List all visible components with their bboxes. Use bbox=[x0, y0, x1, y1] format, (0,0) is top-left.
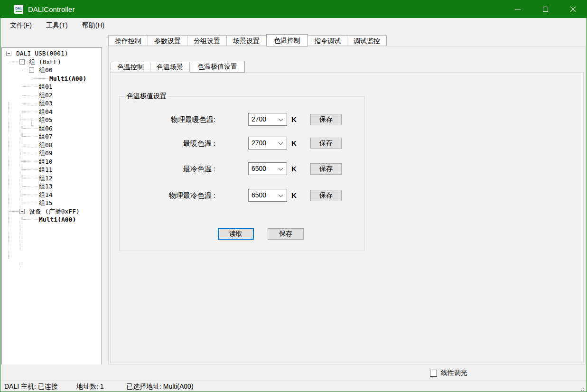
physical-coolest-row: 物理最冷色温 : 6500 K 保存 bbox=[120, 189, 364, 202]
status-selected-address: 已选择地址: Multi(A00) bbox=[126, 383, 194, 391]
app-logo-underline bbox=[16, 11, 22, 12]
menu-bar: 文件(F) 工具(T) 帮助(H) bbox=[0, 18, 587, 33]
save-coolest-button[interactable]: 保存 bbox=[310, 163, 342, 175]
warmest-label: 最暖色温 : bbox=[120, 137, 215, 149]
physical-warmest-row: 物理最暖色温: 2700 K 保存 bbox=[120, 113, 364, 126]
tab-operation-control[interactable]: 操作控制 bbox=[108, 35, 148, 46]
tab-color-temp-control[interactable]: 色温控制 bbox=[266, 34, 308, 47]
resize-grip[interactable] bbox=[583, 388, 584, 389]
chevron-down-icon bbox=[279, 117, 283, 121]
tree-node-group05[interactable]: 组05 bbox=[2, 116, 102, 124]
warmest-row: 最暖色温 : 2700 K 保存 bbox=[120, 137, 364, 149]
chevron-down-icon bbox=[279, 193, 283, 197]
subtab-color-temp-scene[interactable]: 色温场景 bbox=[150, 62, 190, 72]
color-temp-extremes-groupbox: 色温极值设置 物理最暖色温: 2700 K 保存 最暖色温 : 2700 K 保… bbox=[119, 96, 365, 251]
coolest-combobox[interactable]: 6500 bbox=[248, 162, 287, 175]
menu-help[interactable]: 帮助(H) bbox=[77, 19, 109, 32]
groupbox-title: 色温极值设置 bbox=[124, 92, 169, 101]
tree-node-group04[interactable]: 组04 bbox=[2, 108, 102, 116]
save-all-button[interactable]: 保存 bbox=[268, 228, 304, 240]
tree-node-multi-a00-device[interactable]: Multi(A00) bbox=[2, 215, 102, 224]
kelvin-unit-label: K bbox=[291, 113, 297, 126]
linear-dimming-label: 线性调光 bbox=[441, 369, 467, 377]
tab-grouping-settings[interactable]: 分组设置 bbox=[187, 35, 227, 46]
title-bar: DALI DALIController bbox=[0, 0, 587, 18]
tree-node-group10[interactable]: 组10 bbox=[2, 158, 102, 166]
subtab-color-temp-control[interactable]: 色温控制 bbox=[111, 62, 150, 72]
collapse-icon[interactable] bbox=[6, 51, 11, 56]
maximize-icon bbox=[543, 7, 548, 12]
app-window: DALI DALIController 文件(F) 工具(T) 帮助(H) DA… bbox=[0, 0, 587, 392]
kelvin-unit-label: K bbox=[291, 189, 297, 202]
main-tab-strip: 操作控制 参数设置 分组设置 场景设置 色温控制 指令调试 调试监控 bbox=[108, 35, 387, 46]
tree-node-group11[interactable]: 组11 bbox=[2, 166, 102, 174]
tree-node-group-0xff[interactable]: 组 (0xFF) bbox=[2, 58, 102, 66]
tree-node-group13[interactable]: 组13 bbox=[2, 182, 102, 191]
tree-node-group14[interactable]: 组14 bbox=[2, 191, 102, 199]
tree-node-dali-usb[interactable]: DALI USB(0001) bbox=[2, 49, 102, 58]
chevron-down-icon bbox=[279, 140, 283, 145]
status-bar: DALI 主机: 已连接 地址数: 1 已选择地址: Multi(A00) bbox=[0, 381, 587, 392]
tab-parameter-settings[interactable]: 参数设置 bbox=[148, 35, 187, 46]
minimize-icon bbox=[515, 9, 521, 9]
coolest-row: 最冷色温 : 6500 K 保存 bbox=[120, 162, 364, 175]
save-physical-coolest-button[interactable]: 保存 bbox=[310, 190, 342, 201]
app-icon: DALI bbox=[14, 5, 23, 14]
collapse-icon[interactable] bbox=[19, 209, 25, 214]
tree-node-group07[interactable]: 组07 bbox=[2, 132, 102, 141]
maximize-button[interactable] bbox=[531, 0, 559, 18]
tree-node-group03[interactable]: 组03 bbox=[2, 99, 102, 108]
footer-strip: 线性调光 bbox=[0, 364, 587, 381]
tree-node-group12[interactable]: 组12 bbox=[2, 174, 102, 183]
kelvin-unit-label: K bbox=[291, 137, 297, 149]
tree-node-group15[interactable]: 组15 bbox=[2, 199, 102, 207]
tree-node-group08[interactable]: 组08 bbox=[2, 141, 102, 149]
tree-node-group09[interactable]: 组09 bbox=[2, 149, 102, 158]
read-button[interactable]: 读取 bbox=[218, 228, 254, 240]
chevron-down-icon bbox=[279, 166, 283, 171]
tree-node-group00[interactable]: 组00 bbox=[2, 66, 102, 75]
collapse-icon[interactable] bbox=[29, 67, 34, 73]
tree-node-group06[interactable]: 组06 bbox=[2, 124, 102, 133]
color-temp-extremes-page: 色温极值设置 物理最暖色温: 2700 K 保存 最暖色温 : 2700 K 保… bbox=[110, 72, 584, 363]
physical-coolest-label: 物理最冷色温 : bbox=[120, 189, 215, 202]
window-title: DALIController bbox=[28, 5, 75, 13]
menu-file[interactable]: 文件(F) bbox=[5, 19, 37, 32]
physical-warmest-combobox[interactable]: 2700 bbox=[248, 113, 287, 126]
minimize-button[interactable] bbox=[504, 0, 531, 18]
tab-command-debug[interactable]: 指令调试 bbox=[308, 35, 347, 46]
tree-node-device-broadcast[interactable]: 设备 (广播0xFF) bbox=[2, 207, 102, 216]
collapse-icon[interactable] bbox=[19, 59, 25, 65]
close-button[interactable] bbox=[559, 0, 587, 18]
save-physical-warmest-button[interactable]: 保存 bbox=[310, 114, 342, 125]
physical-coolest-combobox[interactable]: 6500 bbox=[248, 189, 287, 202]
app-logo-text: DALI bbox=[15, 7, 22, 10]
linear-dimming-checkbox[interactable] bbox=[430, 370, 437, 377]
device-tree: DALI USB(0001) 组 (0xFF) 组00 Multi(A00) 组… bbox=[1, 47, 102, 366]
window-controls bbox=[504, 0, 587, 18]
tree-node-group01[interactable]: 组01 bbox=[2, 83, 102, 91]
tree-guide-line bbox=[22, 262, 22, 267]
tab-scene-settings[interactable]: 场景设置 bbox=[227, 35, 266, 46]
status-address-count: 地址数: 1 bbox=[76, 383, 104, 391]
kelvin-unit-label: K bbox=[291, 162, 297, 175]
status-host-connection: DALI 主机: 已连接 bbox=[4, 383, 58, 391]
menu-tools[interactable]: 工具(T) bbox=[41, 19, 73, 32]
sub-tab-strip: 色温控制 色温场景 色温极值设置 bbox=[111, 62, 245, 72]
subtab-color-temp-extremes[interactable]: 色温极值设置 bbox=[190, 61, 245, 73]
tree-node-group02[interactable]: 组02 bbox=[2, 91, 102, 100]
physical-warmest-label: 物理最暖色温: bbox=[120, 113, 215, 126]
close-icon bbox=[570, 6, 576, 12]
warmest-combobox[interactable]: 2700 bbox=[248, 137, 287, 149]
tab-debug-monitor[interactable]: 调试监控 bbox=[347, 35, 387, 46]
save-warmest-button[interactable]: 保存 bbox=[310, 138, 342, 149]
tree-node-multi-a00[interactable]: Multi(A00) bbox=[2, 75, 102, 83]
coolest-label: 最冷色温 : bbox=[120, 162, 215, 175]
